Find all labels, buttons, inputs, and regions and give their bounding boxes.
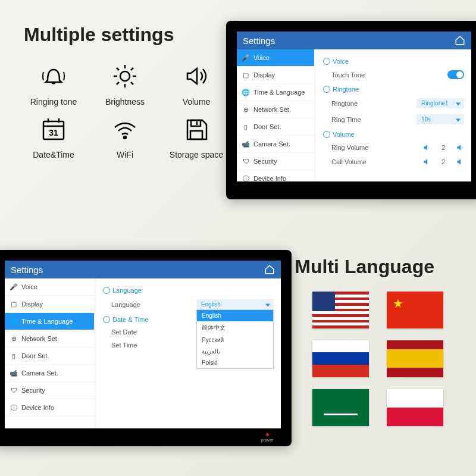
sidebar-item-security[interactable]: 🛡Security xyxy=(237,153,314,170)
voice-icon: 🎤 xyxy=(242,54,250,62)
svg-rect-16 xyxy=(190,131,202,139)
feature-label: WiFi xyxy=(117,150,133,159)
call-volume-label: Call Volume xyxy=(331,158,367,165)
feature-wifi: WiFi xyxy=(92,112,158,159)
sidebar-item-display[interactable]: ▢Display xyxy=(5,296,94,313)
row-ringtone: Ringtone Ringtone1 xyxy=(323,95,464,111)
section-volume: Volume xyxy=(323,131,464,138)
door-icon: ▯ xyxy=(10,352,18,360)
feature-brightness: Brightness xyxy=(92,60,158,107)
sidebar-item-time-language[interactable]: 🌐Time & Language xyxy=(237,84,314,101)
flag-cn xyxy=(387,292,443,328)
settings-screen-voice: Settings 🎤Voice ▢Display 🌐Time & Languag… xyxy=(237,32,471,181)
call-volume-value: 2 xyxy=(441,158,445,165)
sidebar-item-voice[interactable]: 🎤Voice xyxy=(5,278,94,296)
sidebar-item-device-info[interactable]: ⓘDevice Info xyxy=(237,170,314,181)
wifi-icon xyxy=(109,112,142,145)
feature-date-time: 31 Date&Time xyxy=(21,112,86,159)
home-icon[interactable] xyxy=(455,35,465,46)
feature-volume: Volume xyxy=(164,60,229,107)
speaker-icon xyxy=(180,60,213,92)
settings-sidebar: 🎤Voice ▢Display 🌐Time & Language ⊕Networ… xyxy=(237,49,314,181)
section-voice: Voice xyxy=(323,58,464,65)
heading-multiple-settings: Multiple settings xyxy=(24,24,174,46)
sidebar-item-device-info[interactable]: ⓘDevice Info xyxy=(5,399,94,416)
feature-label: Ringing tone xyxy=(30,97,77,107)
display-icon: ▢ xyxy=(242,71,250,79)
calendar-icon: 31 xyxy=(37,112,70,145)
tablet-device-2: Settings 🎤Voice ▢Display 🌐Time & Languag… xyxy=(0,250,292,446)
touch-tone-label: Touch Tone xyxy=(331,71,365,79)
section-language: Language xyxy=(103,287,274,294)
flag-ru xyxy=(312,340,369,377)
flag-us xyxy=(312,292,369,328)
settings-content: Language Language English English 简体中文 Р… xyxy=(96,278,281,428)
info-icon: ⓘ xyxy=(10,403,18,412)
sidebar-item-door[interactable]: ▯Door Set. xyxy=(237,118,314,136)
section-ringtone: Ringtone xyxy=(323,86,464,93)
volume-up-icon[interactable]: + xyxy=(456,143,464,152)
svg-line-5 xyxy=(117,68,119,70)
camera-icon: 📹 xyxy=(242,140,250,148)
power-indicator: power xyxy=(261,433,274,443)
ring-time-select[interactable]: 10s xyxy=(416,114,464,124)
sidebar-item-display[interactable]: ▢Display xyxy=(237,67,314,84)
settings-content: Voice Touch Tone Ringtone Ringtone Ringt… xyxy=(316,49,471,181)
svg-line-7 xyxy=(131,68,133,70)
sidebar-item-network[interactable]: ⊕Network Set. xyxy=(237,101,314,118)
feature-label: Date&Time xyxy=(33,150,74,159)
svg-line-6 xyxy=(131,82,133,84)
feature-label: Brightness xyxy=(105,97,145,107)
ringtone-select[interactable]: Ringtone1 xyxy=(416,98,464,108)
language-label: Language xyxy=(111,301,140,308)
screen-header: Settings xyxy=(237,32,471,49)
sidebar-item-voice[interactable]: 🎤Voice xyxy=(237,49,314,67)
feature-label: Storage space xyxy=(170,150,223,159)
sidebar-item-network[interactable]: ⊕Network Set. xyxy=(5,330,94,347)
volume-up-icon[interactable] xyxy=(456,158,464,166)
ring-volume-value: 2 xyxy=(441,144,445,151)
svg-point-0 xyxy=(120,71,130,81)
shield-icon: 🛡 xyxy=(10,386,18,394)
language-option[interactable]: بالعربية xyxy=(197,346,273,357)
row-ring-time: Ring Time 10s xyxy=(323,111,464,127)
sidebar-item-security[interactable]: 🛡Security xyxy=(5,382,94,399)
sidebar-item-camera[interactable]: 📹Camera Set. xyxy=(5,365,94,382)
sidebar-item-camera[interactable]: 📹Camera Set. xyxy=(237,136,314,153)
volume-down-icon[interactable]: - xyxy=(422,143,431,152)
svg-text:31: 31 xyxy=(49,128,58,137)
sidebar-item-door[interactable]: ▯Door Set. xyxy=(5,347,94,365)
svg-point-14 xyxy=(124,136,126,139)
globe-icon: 🌐 xyxy=(242,88,250,96)
svg-rect-15 xyxy=(191,120,201,126)
header-title: Settings xyxy=(243,36,275,46)
floppy-icon xyxy=(180,112,213,145)
sidebar-item-time-language[interactable]: 🌐Time & Language xyxy=(5,313,94,330)
language-option[interactable]: Polski xyxy=(197,357,273,368)
flag-pl xyxy=(387,389,443,426)
feature-grid: Ringing tone Brightness Volume xyxy=(21,60,229,159)
globe-icon: 🌐 xyxy=(10,317,18,325)
feature-ringing-tone: Ringing tone xyxy=(21,60,86,107)
camera-icon: 📹 xyxy=(10,369,18,377)
svg-text:-: - xyxy=(428,146,429,149)
shield-icon: 🛡 xyxy=(242,157,250,165)
home-icon[interactable] xyxy=(264,264,275,275)
power-led-icon xyxy=(266,433,269,436)
network-icon: ⊕ xyxy=(242,105,250,114)
touch-tone-toggle[interactable] xyxy=(447,70,464,79)
row-ring-volume: Ring Volume - 2 + xyxy=(323,140,464,155)
ring-time-label: Ring Time xyxy=(331,116,361,123)
header-title: Settings xyxy=(11,265,43,275)
language-option[interactable]: Русский xyxy=(197,334,273,346)
svg-text:+: + xyxy=(461,146,464,149)
bell-icon xyxy=(37,60,70,92)
feature-storage: Storage space xyxy=(164,112,229,159)
flag-grid xyxy=(312,292,443,426)
tablet-device-1: Settings 🎤Voice ▢Display 🌐Time & Languag… xyxy=(226,21,476,199)
language-select[interactable]: English English 简体中文 Русский بالعربية Po… xyxy=(196,299,274,309)
language-option[interactable]: 简体中文 xyxy=(197,321,273,334)
volume-down-icon[interactable] xyxy=(422,158,431,166)
language-option[interactable]: English xyxy=(197,310,273,321)
settings-screen-language: Settings 🎤Voice ▢Display 🌐Time & Languag… xyxy=(5,261,281,428)
